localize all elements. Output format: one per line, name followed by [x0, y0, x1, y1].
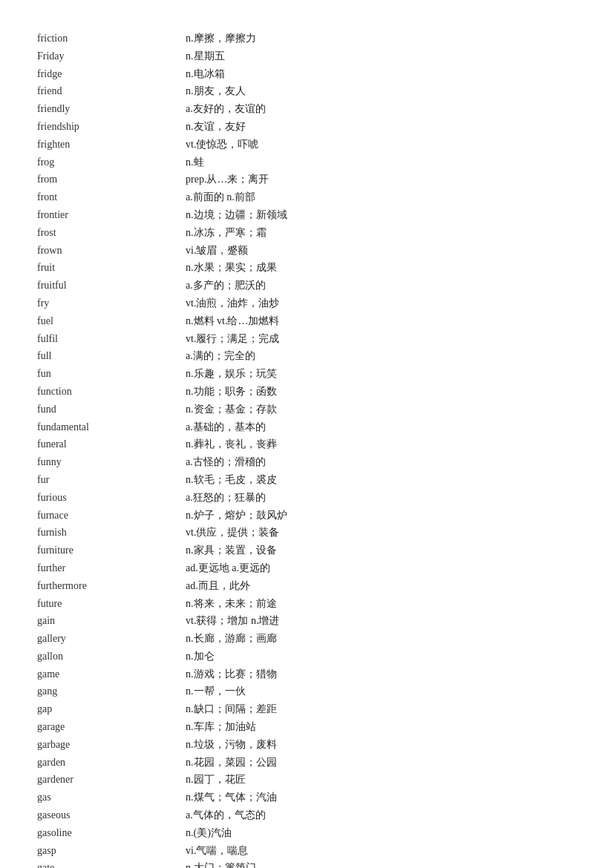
word-row: gaten.大门；篱笆门	[37, 859, 577, 868]
word-english: furnace	[37, 507, 186, 525]
word-english: fulfil	[37, 330, 186, 348]
word-row: galleryn.长廊，游廊；画廊	[37, 630, 577, 648]
word-chinese: n.家具；装置，设备	[186, 542, 577, 559]
word-row: furthermoread.而且，此外	[37, 577, 577, 595]
word-row: funn.乐趣，娱乐；玩笑	[37, 365, 577, 383]
word-row: frictionn.摩擦，摩擦力	[37, 30, 577, 47]
word-english: gardener	[37, 771, 186, 789]
word-english: Friday	[37, 47, 186, 65]
word-english: future	[37, 595, 186, 613]
word-row: gallonn.加仑	[37, 648, 577, 665]
word-english: furniture	[37, 542, 186, 559]
word-english: gang	[37, 683, 186, 700]
word-chinese: ad.而且，此外	[186, 577, 577, 595]
word-chinese: a.基础的，基本的	[186, 418, 577, 436]
word-row: gas n.煤气；气体；汽油	[37, 789, 577, 806]
word-chinese: vt.油煎，油炸，油炒	[186, 295, 577, 312]
word-chinese: n.(美)汽油	[186, 824, 577, 842]
word-row: friendly a.友好的，友谊的	[37, 100, 577, 118]
word-english: friendship	[37, 118, 186, 136]
word-row: fridgen.电冰箱	[37, 65, 577, 83]
word-chinese: n.星期五	[186, 47, 577, 65]
word-chinese: vt.履行；满足；完成	[186, 330, 577, 348]
word-english: gallon	[37, 648, 186, 665]
word-english: frown	[37, 242, 186, 260]
word-chinese: n.朋友，友人	[186, 82, 577, 100]
word-chinese: ad.更远地 a.更远的	[186, 559, 577, 577]
word-row: gasoline n.(美)汽油	[37, 824, 577, 842]
word-row: friendn.朋友，友人	[37, 82, 577, 100]
word-english: function	[37, 383, 186, 401]
word-row: fulfil vt.履行；满足；完成	[37, 330, 577, 348]
word-chinese: a.多产的；肥沃的	[186, 277, 577, 295]
word-row: furnituren.家具；装置，设备	[37, 542, 577, 559]
word-english: frontier	[37, 206, 186, 224]
word-chinese: n.冰冻，严寒；霜	[186, 224, 577, 242]
word-row: future n.将来，未来；前途	[37, 595, 577, 613]
word-chinese: vt.供应，提供；装备	[186, 524, 577, 542]
word-chinese: a.满的；完全的	[186, 347, 577, 365]
word-english: gasp	[37, 842, 186, 860]
word-english: gaseous	[37, 806, 186, 824]
word-chinese: n.煤气；气体；汽油	[186, 789, 577, 806]
word-row: friendshipn.友谊，友好	[37, 118, 577, 136]
word-english: furnish	[37, 524, 186, 542]
word-chinese: vi.气喘，喘息	[186, 842, 577, 860]
word-chinese: n.资金；基金；存款	[186, 401, 577, 418]
word-english: gallery	[37, 630, 186, 648]
word-row: gaseousa.气体的，气态的	[37, 806, 577, 824]
word-chinese: vt.获得；增加 n.增进	[186, 612, 577, 630]
word-english: further	[37, 559, 186, 577]
word-chinese: a.气体的，气态的	[186, 806, 577, 824]
word-row: fundamental a.基础的，基本的	[37, 418, 577, 436]
word-chinese: n.园丁，花匠	[186, 771, 577, 789]
word-chinese: a.友好的，友谊的	[186, 100, 577, 118]
word-chinese: n.葬礼，丧礼，丧葬	[186, 435, 577, 453]
word-english: fundamental	[37, 418, 186, 436]
word-english: friendly	[37, 100, 186, 118]
word-english: fry	[37, 295, 186, 312]
word-row: fueln.燃料 vt.给…加燃料	[37, 312, 577, 330]
word-row: frostn.冰冻，严寒；霜	[37, 224, 577, 242]
word-english: fruit	[37, 259, 186, 277]
word-chinese: n.花园，菜园；公园	[186, 754, 577, 772]
word-english: game	[37, 665, 186, 683]
word-row: frightenvt.使惊恐，吓唬	[37, 136, 577, 154]
word-english: furthermore	[37, 577, 186, 595]
word-chinese: n.功能；职务；函数	[186, 383, 577, 401]
word-chinese: n.边境；边疆；新领域	[186, 206, 577, 224]
word-english: frighten	[37, 136, 186, 154]
word-english: friction	[37, 30, 186, 47]
word-chinese: n.软毛；毛皮，裘皮	[186, 471, 577, 489]
word-chinese: n.一帮，一伙	[186, 683, 577, 700]
word-row: gardenn.花园，菜园；公园	[37, 754, 577, 772]
word-row: funnya.古怪的；滑稽的	[37, 453, 577, 471]
word-row: fundn.资金；基金；存款	[37, 401, 577, 418]
word-row: frontiern.边境；边疆；新领域	[37, 206, 577, 224]
word-row: furiousa.狂怒的；狂暴的	[37, 489, 577, 507]
word-row: fruitfula.多产的；肥沃的	[37, 277, 577, 295]
word-english: garden	[37, 754, 186, 772]
word-chinese: n.摩擦，摩擦力	[186, 30, 577, 47]
word-row: garbagen.垃圾，污物，废料	[37, 736, 577, 754]
word-english: gain	[37, 612, 186, 630]
word-english: funny	[37, 453, 186, 471]
word-row: fulla.满的；完全的	[37, 347, 577, 365]
word-chinese: n.乐趣，娱乐；玩笑	[186, 365, 577, 383]
word-chinese: a.前面的 n.前部	[186, 188, 577, 206]
word-english: from	[37, 171, 186, 188]
word-row: frownvi.皱眉，蹙额	[37, 242, 577, 260]
word-english: frog	[37, 154, 186, 171]
word-row: furn.软毛；毛皮，裘皮	[37, 471, 577, 489]
word-english: fund	[37, 401, 186, 418]
word-row: gardener n.园丁，花匠	[37, 771, 577, 789]
word-row: fruit n.水果；果实；成果	[37, 259, 577, 277]
word-chinese: a.古怪的；滑稽的	[186, 453, 577, 471]
word-chinese: n.友谊，友好	[186, 118, 577, 136]
word-chinese: n.游戏；比赛；猎物	[186, 665, 577, 683]
word-english: gap	[37, 700, 186, 718]
word-row: frogn.蛙	[37, 154, 577, 171]
word-english: front	[37, 188, 186, 206]
word-row: gainvt.获得；增加 n.增进	[37, 612, 577, 630]
word-chinese: n.长廊，游廊；画廊	[186, 630, 577, 648]
